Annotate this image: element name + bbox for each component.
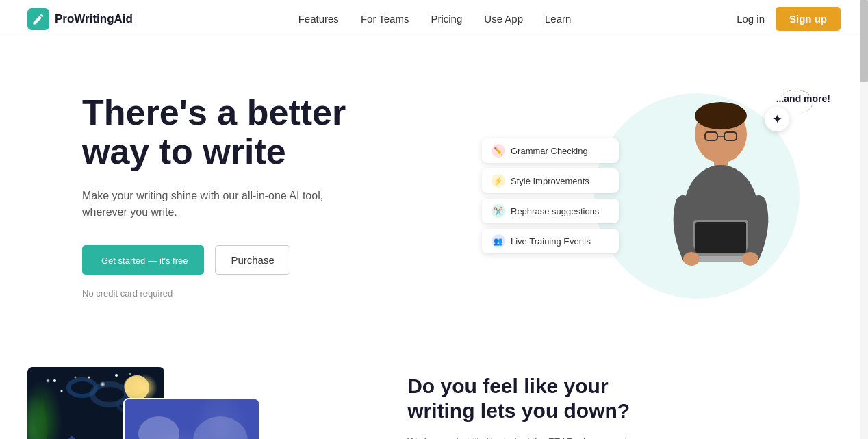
training-icon: 👥: [492, 234, 505, 248]
svg-point-19: [88, 377, 90, 379]
scrollbar-thumb[interactable]: [860, 0, 868, 82]
feature-card-style: ⚡ Style Improvements: [482, 168, 619, 193]
hero-illustration: ✏️ Grammar Checking ⚡ Style Improvements…: [461, 79, 841, 312]
svg-point-17: [124, 377, 143, 396]
svg-point-11: [742, 252, 758, 266]
nav-use-app[interactable]: Use App: [484, 13, 523, 25]
nav-learn[interactable]: Learn: [545, 13, 571, 25]
svg-rect-27: [125, 399, 260, 439]
signup-button[interactable]: Sign up: [776, 7, 841, 31]
nav-links: Features For Teams Pricing Use App Learn: [298, 13, 572, 25]
bottom-images: My idea in my head: [27, 367, 260, 439]
navbar: ProWritingAid Features For Teams Pricing…: [0, 0, 868, 38]
hero-cta: Get started— it's free Purchase: [82, 245, 461, 275]
cta-sub: — it's free: [148, 255, 188, 266]
no-cc-text: No credit card required: [82, 288, 461, 299]
page-scrollbar[interactable]: [860, 0, 868, 439]
bottom-title: Do you feel like your writing lets you d…: [407, 374, 681, 423]
abstract-image: [123, 398, 260, 439]
grammar-icon: ✏️: [492, 144, 505, 158]
svg-point-14: [68, 379, 96, 396]
svg-point-16: [125, 375, 149, 400]
svg-point-30: [138, 416, 179, 439]
bottom-images-container: My idea in my head: [27, 367, 353, 439]
feature-card-training: 👥 Live Training Events: [482, 229, 619, 253]
svg-point-18: [53, 379, 56, 382]
nav-features[interactable]: Features: [298, 13, 339, 25]
get-started-button[interactable]: Get started— it's free: [82, 245, 204, 275]
feature-card-rephrase: ✂️ Rephrase suggestions: [482, 199, 619, 223]
training-label: Live Training Events: [511, 236, 591, 247]
hero-content: There's a better way to write Make your …: [82, 93, 461, 299]
logo-icon: [27, 8, 49, 30]
svg-point-10: [683, 252, 700, 266]
feature-card-grammar: ✏️ Grammar Checking: [482, 138, 619, 163]
style-icon: ⚡: [492, 174, 505, 188]
style-label: Style Improvements: [511, 176, 589, 186]
hero-subtitle: Make your writing shine with our all-in-…: [82, 188, 342, 221]
nav-actions: Log in Sign up: [737, 7, 841, 31]
svg-point-13: [92, 384, 127, 405]
feature-cards: ✏️ Grammar Checking ⚡ Style Improvements…: [482, 138, 619, 253]
rephrase-label: Rephrase suggestions: [511, 206, 599, 216]
bottom-section: My idea in my head Do you feel like your…: [0, 340, 868, 439]
svg-point-20: [61, 390, 63, 392]
nav-pricing[interactable]: Pricing: [431, 13, 462, 25]
logo-svg: [31, 12, 45, 26]
svg-point-21: [115, 374, 118, 377]
logo-text: ProWritingAid: [55, 12, 133, 26]
svg-point-1: [695, 102, 747, 129]
svg-point-29: [193, 416, 248, 439]
login-button[interactable]: Log in: [737, 13, 765, 25]
bottom-text: We know what it's like to feel the FEAR …: [407, 434, 681, 439]
bottom-content: Do you feel like your writing lets you d…: [407, 367, 841, 439]
hero-section: There's a better way to write Make your …: [0, 38, 868, 340]
logo-link[interactable]: ProWritingAid: [27, 8, 133, 30]
purchase-button[interactable]: Purchase: [215, 245, 290, 275]
svg-rect-8: [695, 222, 746, 253]
hero-title: There's a better way to write: [82, 93, 461, 171]
rephrase-icon: ✂️: [492, 204, 505, 218]
svg-marker-24: [62, 436, 82, 439]
nav-for-teams[interactable]: For Teams: [361, 13, 409, 25]
grammar-label: Grammar Checking: [511, 146, 588, 156]
abstract-art: [125, 399, 260, 439]
dashed-arc: [779, 90, 813, 114]
